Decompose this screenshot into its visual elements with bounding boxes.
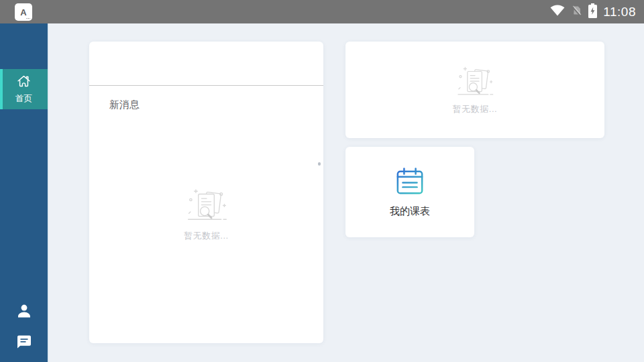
calendar-icon <box>394 167 426 199</box>
schedule-card-label: 我的课表 <box>390 205 430 218</box>
sidebar-item-label: 首页 <box>15 93 32 105</box>
no-data-illustration <box>184 187 229 224</box>
sidebar-item-home[interactable]: 首页 <box>0 69 48 109</box>
app-notification-icon: A <box>15 3 32 21</box>
profile-button[interactable] <box>15 302 33 320</box>
data-empty-text: 暂无数据... <box>453 103 497 115</box>
status-indicators: 11:08 <box>550 0 636 23</box>
chat-icon <box>16 334 32 350</box>
person-icon <box>15 302 33 320</box>
no-data-illustration <box>454 65 496 99</box>
app-icon-letter: A <box>20 7 26 17</box>
messages-card: 新消息 暂无数据... <box>89 42 323 343</box>
status-bar: A 11:08 <box>0 0 644 23</box>
schedule-card-my-timetable[interactable]: 我的课表 <box>345 147 474 237</box>
wifi-icon <box>550 5 565 19</box>
messages-empty-text: 暂无数据... <box>184 230 228 242</box>
sidebar-bottom <box>0 302 48 350</box>
data-empty-state: 暂无数据... <box>345 42 604 138</box>
status-time: 11:08 <box>603 5 636 19</box>
home-icon <box>16 74 32 90</box>
sidebar: 首页 <box>0 23 49 362</box>
battery-charging-icon <box>588 3 597 21</box>
app-icon-dots <box>26 18 31 19</box>
chat-button[interactable] <box>16 334 32 350</box>
scrollbar-thumb[interactable] <box>318 162 321 166</box>
messages-empty-state: 暂无数据... <box>89 85 323 343</box>
app-screen: A 11:08 <box>0 0 644 362</box>
no-sim-icon <box>571 5 582 19</box>
data-card: 暂无数据... <box>345 42 604 138</box>
